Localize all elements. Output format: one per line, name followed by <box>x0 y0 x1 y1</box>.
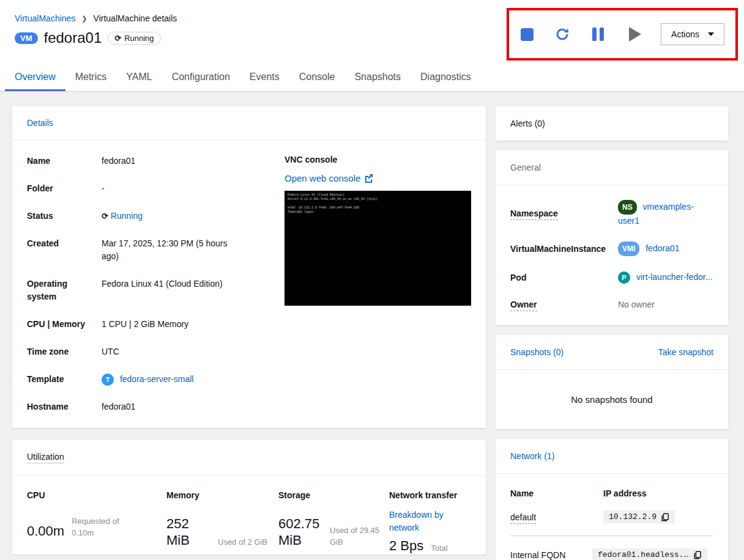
template-link[interactable]: fedora-server-small <box>120 374 194 384</box>
alerts-title[interactable]: Alerts (0) <box>510 119 545 128</box>
metric-name: Storage <box>278 490 389 500</box>
network-name-value[interactable]: default <box>510 512 536 524</box>
cpu-metric: CPU 0.00m Requested of 0.10m <box>27 490 166 554</box>
vnc-console-section: VNC console Open web console Fedora Linu… <box>285 155 471 413</box>
owner-value: No owner <box>618 298 655 311</box>
copy-icon <box>661 513 669 521</box>
vm-kind-badge: VM <box>15 32 38 44</box>
tab-configuration[interactable]: Configuration <box>162 65 240 91</box>
network-table-header: Name IP address <box>510 488 713 498</box>
field-label: Operating system <box>27 278 102 303</box>
external-link-icon <box>364 174 373 183</box>
detail-row-template: Template T fedora-server-small <box>27 373 285 386</box>
detail-row-created: Created Mar 17, 2025, 12:30 PM (5 hours … <box>27 237 285 263</box>
detail-row-cpu-memory: CPU | Memory 1 CPU | 2 GiB Memory <box>27 318 285 331</box>
detail-row-os: Operating system Fedora Linux 41 (Cloud … <box>27 278 285 303</box>
tab-snapshots[interactable]: Snapshots <box>344 65 411 91</box>
namespace-label: Namespace <box>510 207 618 219</box>
tab-overview[interactable]: Overview <box>5 65 65 91</box>
detail-row-folder: Folder - <box>27 182 285 195</box>
tab-yaml[interactable]: YAML <box>116 65 162 91</box>
alerts-card: Alerts (0) <box>496 106 728 141</box>
general-row-owner: Owner No owner <box>510 298 713 311</box>
open-web-console-link[interactable]: Open web console <box>285 173 373 183</box>
status-badge[interactable]: ⟳ Running <box>108 32 160 45</box>
copy-fqdn-button[interactable] <box>693 551 702 559</box>
breadcrumb-chevron-icon: ❯ <box>81 15 87 23</box>
pod-badge: P <box>618 271 630 284</box>
field-label: Hostname <box>27 400 102 413</box>
details-title-link[interactable]: Details <box>27 118 53 128</box>
sync-icon: ⟳ <box>102 212 108 221</box>
right-column: Alerts (0) General Namespace NS vmexampl… <box>496 106 728 560</box>
breakdown-by-network-link[interactable]: Breakdown by network <box>389 509 456 534</box>
details-fields: Name fedora01 Folder - Status ⟳ Running <box>27 155 285 413</box>
tab-diagnostics[interactable]: Diagnostics <box>411 65 481 91</box>
take-snapshot-button[interactable]: Take snapshot <box>658 347 713 357</box>
details-card: Details Name fedora01 Folder - Status <box>12 106 486 428</box>
vmi-link[interactable]: fedora01 <box>645 243 679 253</box>
copy-ip-button[interactable] <box>661 513 669 521</box>
tab-bar: Overview Metrics YAML Configuration Even… <box>0 65 744 91</box>
snapshots-card: Snapshots (0) Take snapshot No snapshots… <box>496 335 728 429</box>
overview-content: Details Name fedora01 Folder - Status <box>0 92 744 560</box>
status-badge-label: Running <box>124 34 154 43</box>
vmi-badge: VMI <box>618 241 639 256</box>
field-value: - <box>102 182 242 195</box>
tab-metrics[interactable]: Metrics <box>65 65 117 91</box>
details-card-body: Name fedora01 Folder - Status ⟳ Running <box>12 140 486 428</box>
field-label: Status <box>27 210 102 223</box>
red-highlight-rectangle <box>507 8 738 61</box>
memory-detail: Used of 2 GiB <box>218 537 267 548</box>
breadcrumb-current: VirtualMachine details <box>94 13 177 23</box>
fqdn-label: Internal FQDN <box>510 550 592 560</box>
pod-link[interactable]: virt-launcher-fedor... <box>636 272 713 282</box>
network-card: Network (1) Name IP address default 10.1… <box>496 439 728 560</box>
storage-value: 602.75 MiB <box>278 516 322 548</box>
field-label: Folder <box>27 182 102 195</box>
detail-row-status: Status ⟳ Running <box>27 210 285 223</box>
sync-icon: ⟳ <box>114 34 121 42</box>
ip-address-chip: 10.132.2.9 <box>603 510 675 523</box>
ip-address-value: 10.132.2.9 <box>609 512 657 521</box>
details-card-header: Details <box>12 106 486 140</box>
field-value: Fedora Linux 41 (Cloud Edition) <box>102 278 242 303</box>
general-row-vmi: VirtualMachineInstance VMI fedora01 <box>510 241 713 256</box>
utilization-title[interactable]: Utilization <box>27 452 64 463</box>
memory-value: 252 MiB <box>166 516 210 548</box>
general-row-pod: Pod P virt-launcher-fedor... <box>510 271 713 284</box>
pod-label: Pod <box>510 271 618 284</box>
snapshots-empty-message: No snapshots found <box>496 370 728 429</box>
field-label: Time zone <box>27 345 102 358</box>
field-label: Template <box>27 373 102 386</box>
field-value: fedora01 <box>102 155 242 168</box>
tab-console[interactable]: Console <box>289 65 345 91</box>
storage-detail: Used of 29.45 GiB <box>330 525 381 548</box>
page-header: VirtualMachines ❯ VirtualMachine details… <box>0 0 744 92</box>
open-web-console-label: Open web console <box>285 173 360 183</box>
breadcrumb-virtualmachines-link[interactable]: VirtualMachines <box>15 13 75 23</box>
field-label: CPU | Memory <box>27 318 102 331</box>
template-badge: T <box>102 374 114 386</box>
status-running-link[interactable]: Running <box>111 211 143 221</box>
network-title-link[interactable]: Network (1) <box>510 451 554 461</box>
field-value: fedora01 <box>102 400 242 413</box>
detail-row-name: Name fedora01 <box>27 155 285 168</box>
field-value: Mar 17, 2025, 12:30 PM (5 hours ago) <box>102 237 242 263</box>
vnc-console-title: VNC console <box>285 155 471 164</box>
utilization-body: CPU 0.00m Requested of 0.10m Memory 252 … <box>12 476 486 554</box>
general-card: General Namespace NS vmexamples-user1 Vi… <box>496 150 728 325</box>
detail-row-hostname: Hostname fedora01 <box>27 400 285 413</box>
tab-events[interactable]: Events <box>240 65 289 91</box>
storage-metric: Storage 602.75 MiB Used of 29.45 GiB <box>278 490 389 554</box>
snapshots-title-link[interactable]: Snapshots (0) <box>510 347 564 357</box>
cpu-value: 0.00m <box>27 523 64 539</box>
general-title: General <box>510 163 541 172</box>
metric-name: Memory <box>166 490 278 500</box>
owner-label: Owner <box>510 298 618 311</box>
vnc-console-preview[interactable]: Fedora Linux 41 (Cloud Edition) Kernel 6… <box>285 191 471 306</box>
detail-row-timezone: Time zone UTC <box>27 345 285 358</box>
fqdn-value: fedora01.headless.vmex... <box>598 550 689 559</box>
network-row-fqdn: Internal FQDN fedora01.headless.vmex... <box>510 548 713 560</box>
utilization-card: Utilization CPU 0.00m Requested of 0.10m… <box>12 440 486 554</box>
